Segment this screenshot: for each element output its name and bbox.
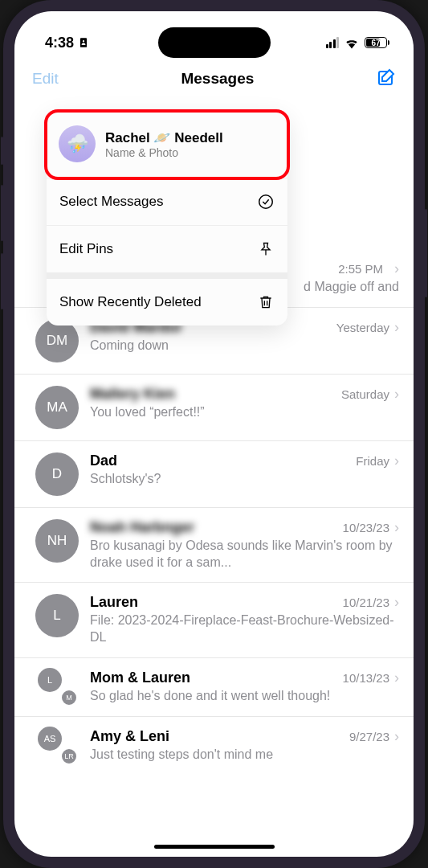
conversation-preview: File: 2023-2024-Fireplace-Feast-Brochure… [90, 612, 399, 646]
profile-name: Rachel 🪐 Needell [105, 130, 223, 145]
conversation-row[interactable]: L Lauren 10/21/23› File: 2023-2024-Firep… [14, 583, 414, 658]
profile-avatar-icon: ⛈️ [59, 125, 96, 162]
chevron-right-icon: › [394, 669, 399, 686]
conversation-preview: Coming down [90, 338, 399, 354]
profile-row[interactable]: ⛈️ Rachel 🪐 Needell Name & Photo [44, 109, 290, 180]
chevron-right-icon: › [394, 594, 399, 611]
profile-subtitle: Name & Photo [105, 146, 223, 159]
status-time: 4:38 [45, 35, 74, 51]
svg-point-1 [83, 40, 84, 42]
pin-icon [257, 240, 275, 258]
avatar: L [35, 594, 79, 637]
edit-pins-item[interactable]: Edit Pins [47, 225, 287, 272]
avatar-group: L M [39, 669, 75, 705]
conversation-name: Amy & Leni [90, 728, 169, 745]
conversation-time: 10/13/23 [343, 671, 389, 685]
conversation-name: Lauren [90, 594, 138, 611]
select-messages-item[interactable]: Select Messages [47, 178, 287, 225]
avatar: MA [35, 386, 79, 429]
edit-button[interactable]: Edit [32, 70, 59, 88]
conversation-preview: Bro kusanagi by Odesa sounds like Marvin… [90, 538, 399, 571]
chevron-right-icon: › [394, 386, 399, 403]
conversation-name: Mom & Lauren [90, 669, 190, 686]
svg-point-3 [259, 195, 273, 209]
conversation-time: 10/21/23 [343, 596, 389, 609]
compose-icon[interactable] [377, 68, 396, 90]
svg-rect-0 [80, 38, 87, 47]
conversation-time: 10/23/23 [343, 521, 389, 534]
profile-card-icon [78, 37, 89, 48]
conversation-row[interactable]: L M Mom & Lauren 10/13/23› So glad he's … [14, 658, 414, 717]
conversation-time: 9/27/23 [349, 730, 389, 743]
conversation-time: 2:55 PM [338, 262, 383, 276]
edit-menu: ⛈️ Rachel 🪐 Needell Name & Photo Select … [47, 112, 287, 326]
chevron-right-icon: › [394, 452, 399, 469]
chevron-right-icon: › [394, 519, 399, 536]
checkmark-circle-icon [257, 193, 275, 211]
show-recently-deleted-item[interactable]: Show Recently Deleted [47, 279, 287, 326]
trash-icon [257, 293, 275, 311]
conversation-row[interactable]: D Dad Friday› Schlotsky's? [14, 441, 414, 508]
dynamic-island [158, 27, 271, 58]
battery-icon: 67 [365, 37, 389, 48]
conversation-name: Noah Harbnger [90, 519, 194, 536]
page-title: Messages [181, 70, 254, 88]
avatar: NH [35, 519, 79, 563]
signal-icon [326, 37, 340, 48]
conversation-preview: Schlotsky's? [90, 471, 399, 488]
conversation-name: Dad [90, 452, 117, 469]
conversation-row[interactable]: AS LR Amy & Leni 9/27/23› Just testing s… [14, 717, 414, 775]
avatar: D [35, 452, 79, 496]
conversation-time: Friday [356, 454, 389, 468]
chevron-right-icon: › [394, 260, 399, 277]
nav-header: Edit Messages [14, 58, 414, 100]
wifi-icon [344, 36, 360, 49]
avatar-group: AS LR [39, 728, 75, 764]
chevron-right-icon: › [394, 728, 399, 745]
conversation-row[interactable]: NH Noah Harbnger 10/23/23› Bro kusanagi … [14, 508, 414, 583]
home-indicator[interactable] [154, 845, 275, 849]
conversation-time: Yesterday [336, 321, 389, 334]
conversation-time: Saturday [341, 387, 389, 401]
conversation-preview: You loved “perfect!!” [90, 404, 399, 421]
conversation-name: Mallery Kien [90, 386, 175, 403]
conversation-preview: So glad he's done and it went well thoug… [90, 688, 399, 705]
chevron-right-icon: › [394, 319, 399, 336]
conversation-preview: Just testing steps don't mind me [90, 747, 399, 764]
conversation-row[interactable]: MA Mallery Kien Saturday› You loved “per… [14, 375, 414, 441]
